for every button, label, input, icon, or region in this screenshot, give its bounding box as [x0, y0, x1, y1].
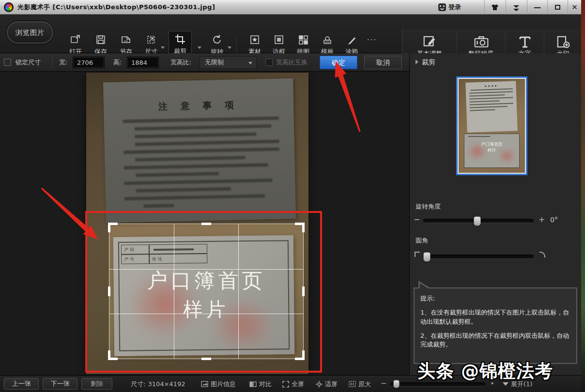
compare-button[interactable]: 对比	[249, 376, 272, 392]
menu-chevron-button[interactable]	[506, 0, 526, 15]
fullscreen-icon	[282, 381, 289, 388]
title-bar: 光影魔术手 [C:\Users\xxb\Desktop\P50606-23030…	[0, 0, 581, 15]
round-corner-label: 圆角	[416, 236, 428, 245]
previous-image-button[interactable]: 上一张	[4, 378, 39, 390]
toutiao-watermark: 头条 @锦橙法考	[417, 359, 585, 383]
user-face-icon	[438, 3, 446, 11]
image-thumbnail-preview[interactable]: ▪ ▪ ▪ ▪ 户口簿首页 样片	[456, 76, 527, 175]
collage-icon	[292, 32, 315, 46]
watermark-icon	[544, 31, 582, 49]
crop-sidebar: 裁剪 ▪ ▪ ▪ ▪ 户口簿首页 样片	[409, 53, 581, 375]
template-icon	[316, 32, 339, 46]
rotate-angle-value: 0°	[550, 216, 558, 224]
fit-screen-icon	[316, 381, 323, 388]
tips-title: 提示:	[420, 294, 570, 303]
doodle-icon	[340, 32, 363, 46]
minimize-button[interactable]: —	[527, 0, 547, 15]
thumbnail-form-page: 户口簿首页 样片	[464, 134, 520, 168]
swap-ratio-label: 宽高比互换	[276, 53, 308, 72]
desktop-edge-strip	[581, 0, 585, 392]
zoom-out-button[interactable]: −	[381, 379, 387, 388]
width-input[interactable]	[73, 57, 105, 68]
material-icon	[243, 32, 266, 46]
lock-size-checkbox[interactable]	[4, 59, 11, 66]
section-arrow-icon	[416, 60, 418, 64]
rotate-minus-button[interactable]: −	[414, 215, 420, 224]
original-size-icon	[349, 381, 356, 387]
annotation-red-rectangle	[85, 211, 322, 373]
ratio-label: 宽高比:	[170, 53, 191, 72]
browse-images-button[interactable]: 浏览图片	[7, 21, 53, 44]
skin-button[interactable]	[484, 0, 505, 15]
original-size-button[interactable]: 原大	[349, 376, 371, 392]
login-label: 登录	[448, 3, 461, 12]
resize-caret-icon[interactable]	[161, 46, 165, 49]
basic-adjust-icon	[402, 31, 457, 49]
main-toolbar: 浏览图片 打开 保存 另存 尺寸 裁剪 旋转	[0, 15, 581, 53]
crop-dim-overlay	[86, 73, 308, 224]
image-info-icon	[201, 381, 208, 387]
crop-bar-divider	[52, 56, 53, 69]
image-size-readout: 尺寸:3104×4192	[131, 376, 185, 392]
save-as-icon	[114, 32, 138, 46]
thumbnail-image: ▪ ▪ ▪ ▪ 户口簿首页 样片	[459, 79, 525, 173]
login-button[interactable]: 登录	[438, 0, 461, 15]
next-image-button[interactable]: 下一张	[43, 378, 77, 390]
width-label: 宽:	[59, 53, 67, 72]
compare-icon	[249, 381, 257, 387]
tip-1: 1、在没有裁剪框出现的情况下在图片上双击鼠标，自动出现默认裁剪框。	[420, 308, 570, 327]
maximize-button[interactable]	[547, 0, 568, 15]
lock-size-label: 锁定尺寸	[15, 53, 41, 72]
corner-slider-track[interactable]	[423, 255, 534, 259]
fullscreen-button[interactable]: 全屏	[282, 376, 304, 392]
rotate-icon	[205, 32, 229, 46]
image-info-button[interactable]: 图片信息	[201, 376, 236, 392]
tip-2: 2、在裁剪框出现的情况下在裁剪框内双击鼠标，自动完成裁剪。	[420, 332, 570, 350]
sidebar-header: 裁剪	[416, 58, 435, 67]
round-corner-icon	[539, 252, 545, 257]
thumbnail-sample-text: 户口簿首页 样片	[464, 141, 519, 153]
more-tools-button[interactable]: ···	[362, 36, 382, 45]
tips-bubble: 提示: 1、在没有裁剪框出现的情况下在图片上双击鼠标，自动出现默认裁剪框。 2、…	[414, 287, 577, 364]
zoom-slider-thumb[interactable]	[393, 380, 400, 388]
rotate-slider-thumb[interactable]	[474, 216, 481, 226]
ratio-caret-icon	[248, 62, 252, 64]
darkroom-camera-icon	[457, 31, 505, 49]
app-window: 光影魔术手 [C:\Users\xxb\Desktop\P50606-23030…	[0, 0, 585, 392]
ratio-select[interactable]: 无限制	[200, 56, 257, 69]
frame-icon	[267, 32, 291, 46]
text-tool-icon	[506, 31, 544, 49]
rotate-caret-icon[interactable]	[228, 46, 231, 49]
ratio-value: 无限制	[205, 59, 224, 66]
open-icon	[64, 32, 87, 46]
annotation-arrow-to-ok	[317, 54, 370, 139]
corner-slider-thumb[interactable]	[423, 252, 431, 262]
annotation-arrow-to-crop	[35, 182, 108, 247]
window-title: 光影魔术手 [C:\Users\xxb\Desktop\P50606-23030…	[17, 0, 215, 15]
height-label: 高:	[113, 53, 122, 72]
save-icon	[89, 32, 112, 46]
thumbnail-notice-page: ▪ ▪ ▪ ▪	[466, 81, 518, 132]
close-button[interactable]: ✕	[568, 0, 581, 15]
swap-ratio-checkbox[interactable]	[265, 59, 273, 66]
app-logo-icon	[4, 2, 14, 12]
crop-icon	[169, 31, 191, 46]
height-input[interactable]	[127, 57, 159, 68]
rotate-angle-label: 旋转角度	[416, 202, 441, 211]
sharp-corner-icon	[415, 252, 420, 257]
resize-icon	[139, 32, 163, 46]
fit-screen-button[interactable]: 适屏	[316, 376, 338, 392]
rotate-plus-button[interactable]: +	[539, 215, 545, 224]
crop-caret-icon[interactable]	[198, 46, 201, 49]
delete-image-button[interactable]: 删除	[81, 378, 112, 390]
